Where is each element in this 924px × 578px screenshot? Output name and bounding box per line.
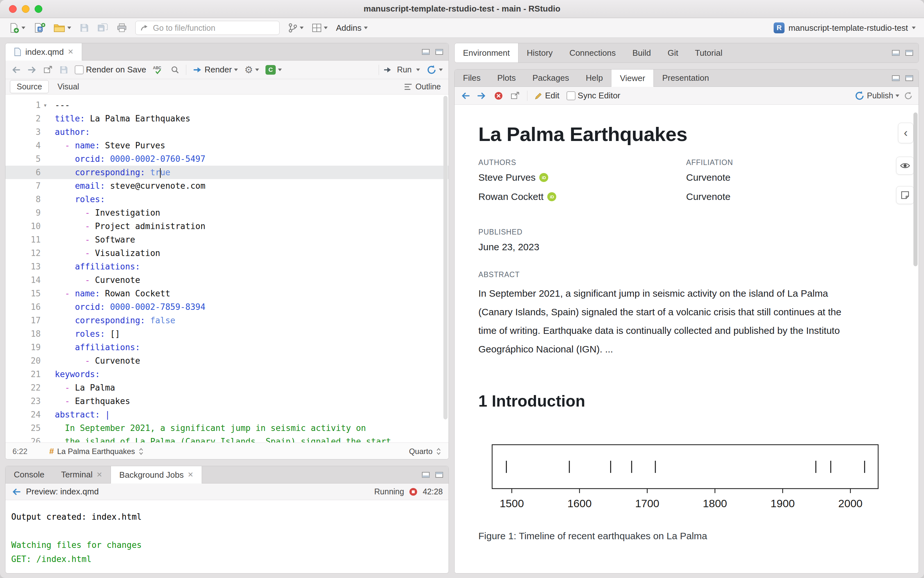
render-on-save-toggle[interactable]: Render on Save: [75, 65, 146, 75]
minimize-pane-icon[interactable]: [891, 49, 900, 57]
maximize-pane-icon[interactable]: [905, 75, 913, 82]
tab-background-jobs[interactable]: Background Jobs ✕: [111, 466, 202, 484]
maximize-pane-icon[interactable]: [435, 49, 443, 55]
close-window-button[interactable]: [9, 5, 17, 13]
code-line-4[interactable]: 4 - name: Steve Purves: [5, 139, 449, 152]
refresh-icon[interactable]: [904, 91, 913, 100]
code-line-5[interactable]: 5 orcid: 0000-0002-0760-5497: [5, 152, 449, 166]
popout-icon[interactable]: [511, 91, 520, 100]
minimize-window-button[interactable]: [22, 5, 29, 13]
zoom-window-button[interactable]: [35, 5, 42, 13]
code-line-26[interactable]: 26 the island of La Palma (Canary Island…: [5, 435, 449, 442]
code-line-20[interactable]: 20 - Curvenote: [5, 354, 449, 367]
insert-chunk-button[interactable]: C: [265, 65, 282, 75]
publish-button[interactable]: [426, 65, 443, 75]
clear-viewer-icon[interactable]: [494, 91, 503, 101]
save-all-button[interactable]: [98, 23, 108, 32]
code-line-10[interactable]: 10 - Project administration: [5, 219, 449, 233]
visual-mode-button[interactable]: Visual: [50, 80, 86, 93]
run-button[interactable]: Run: [379, 65, 420, 75]
tab-build[interactable]: Build: [624, 43, 659, 62]
code-line-18[interactable]: 18 roles: []: [5, 327, 449, 341]
tab-packages[interactable]: Packages: [524, 70, 578, 86]
code-line-1[interactable]: 1▾---: [5, 98, 449, 112]
code-line-15[interactable]: 15 - name: Rowan Cockett: [5, 287, 449, 300]
fold-arrow-icon[interactable]: ▾: [41, 98, 55, 112]
tab-viewer[interactable]: Viewer: [611, 70, 654, 87]
code-line-22[interactable]: 22 - La Palma: [5, 381, 449, 395]
minimize-pane-icon[interactable]: [421, 49, 430, 55]
tab-tutorial[interactable]: Tutorial: [686, 43, 731, 62]
code-editor[interactable]: 1▾---2title: La Palma Earthquakes3author…: [5, 94, 449, 442]
code-line-21[interactable]: 21keywords:: [5, 367, 449, 381]
maximize-pane-icon[interactable]: [905, 49, 913, 57]
code-line-25[interactable]: 25 In September 2021, a significant jump…: [5, 421, 449, 435]
code-line-24[interactable]: 24abstract: |: [5, 408, 449, 421]
code-line-23[interactable]: 23 - Earthquakes: [5, 395, 449, 408]
back-icon[interactable]: [11, 488, 21, 496]
reader-view-button[interactable]: [896, 157, 914, 175]
tab-presentation[interactable]: Presentation: [654, 70, 717, 86]
save-button[interactable]: [80, 23, 89, 32]
new-project-button[interactable]: R: [34, 23, 45, 33]
edit-button[interactable]: Edit: [534, 91, 560, 101]
viewer-scrollbar[interactable]: [913, 112, 917, 266]
maximize-pane-icon[interactable]: [435, 471, 443, 478]
version-control-button[interactable]: [288, 23, 304, 32]
tab-terminal[interactable]: Terminal ✕: [52, 466, 111, 483]
publish-button[interactable]: Publish: [854, 91, 899, 101]
print-button[interactable]: [117, 23, 127, 32]
viewer-content[interactable]: La Palma Earthquakes AUTHORS AFFILIATION…: [455, 105, 919, 573]
tab-index-qmd[interactable]: index.qmd ✕: [5, 43, 82, 60]
section-selector[interactable]: # La Palma Earthquakes: [49, 446, 144, 456]
code-line-14[interactable]: 14 - Curvenote: [5, 273, 449, 287]
goto-file-input[interactable]: [152, 23, 275, 33]
project-menu[interactable]: R manuscript-template-rstudio-test: [774, 23, 916, 33]
annotate-button[interactable]: [896, 186, 914, 204]
code-line-3[interactable]: 3author:: [5, 125, 449, 139]
code-line-17[interactable]: 17 corresponding: false: [5, 314, 449, 327]
tab-connections[interactable]: Connections: [561, 43, 624, 62]
minimize-pane-icon[interactable]: [891, 75, 900, 82]
toc-collapse-button[interactable]: ‹: [898, 123, 913, 143]
forward-icon[interactable]: [27, 66, 37, 74]
code-line-9[interactable]: 9 - Investigation: [5, 206, 449, 219]
code-line-7[interactable]: 7 email: steve@curvenote.com: [5, 179, 449, 193]
code-line-11[interactable]: 11 - Software: [5, 233, 449, 247]
sync-editor-toggle[interactable]: Sync Editor: [566, 91, 620, 101]
new-file-button[interactable]: [8, 23, 25, 33]
back-icon[interactable]: [11, 66, 21, 74]
close-icon[interactable]: ✕: [96, 471, 102, 478]
tab-plots[interactable]: Plots: [489, 70, 524, 86]
render-button[interactable]: Render: [193, 65, 238, 75]
save-icon[interactable]: [59, 65, 68, 74]
tab-history[interactable]: History: [519, 43, 561, 62]
spellcheck-icon[interactable]: ABC: [153, 65, 164, 75]
console-output[interactable]: Output created: index.html Watching file…: [5, 500, 449, 566]
orcid-icon[interactable]: iD: [547, 192, 556, 201]
code-line-2[interactable]: 2title: La Palma Earthquakes: [5, 112, 449, 125]
code-line-19[interactable]: 19 affiliations:: [5, 341, 449, 354]
search-icon[interactable]: [171, 65, 179, 74]
minimize-pane-icon[interactable]: [421, 471, 430, 478]
source-mode-button[interactable]: Source: [10, 80, 49, 93]
outline-toggle[interactable]: Outline: [404, 82, 444, 91]
tab-git[interactable]: Git: [659, 43, 686, 62]
close-icon[interactable]: ✕: [187, 471, 193, 478]
stop-icon[interactable]: [408, 487, 418, 497]
goto-file-search[interactable]: [135, 21, 280, 35]
back-icon[interactable]: [460, 92, 470, 100]
code-line-16[interactable]: 16 orcid: 0000-0002-7859-8394: [5, 300, 449, 314]
code-line-12[interactable]: 12 - Visualization: [5, 247, 449, 260]
code-line-6[interactable]: 6 corresponding: true: [5, 166, 449, 179]
orcid-icon[interactable]: iD: [539, 173, 548, 182]
editor-scrollbar[interactable]: [443, 96, 447, 419]
code-line-8[interactable]: 8 roles:: [5, 193, 449, 206]
file-type-selector[interactable]: Quarto: [409, 447, 441, 456]
render-on-save-checkbox[interactable]: [75, 65, 84, 74]
code-line-13[interactable]: 13 affiliations:: [5, 260, 449, 273]
addins-menu[interactable]: Addins: [336, 23, 368, 33]
forward-icon[interactable]: [477, 92, 487, 100]
tab-console[interactable]: Console: [5, 466, 52, 483]
render-options-button[interactable]: ⚙: [244, 65, 259, 75]
